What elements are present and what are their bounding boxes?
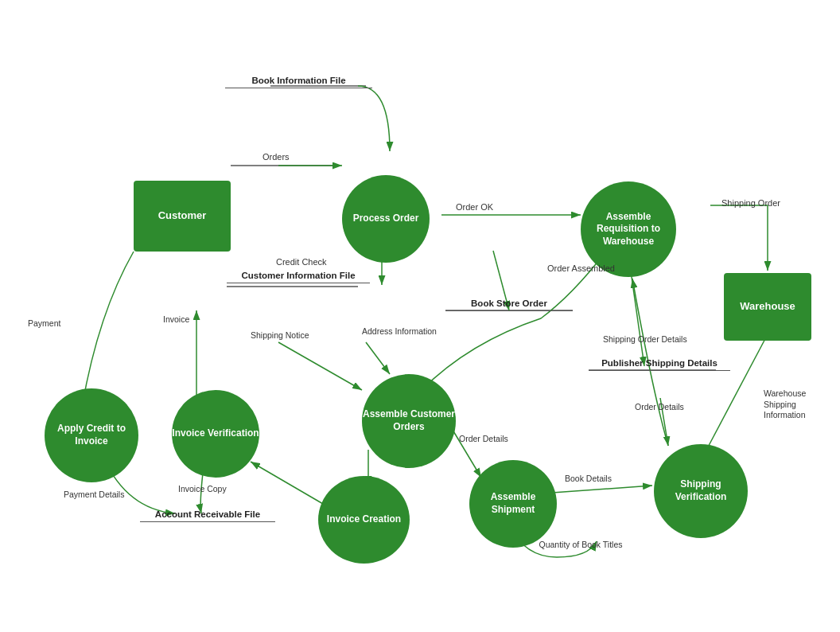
label-quantity-book-titles: Quantity of Book Titles [529,540,632,551]
diagram: Customer Process Order Assemble Requisit… [0,0,840,632]
book-store-order: Book Store Order [445,298,573,313]
label-order-details2: Order Details [635,402,684,413]
label-shipping-notice: Shipping Notice [251,330,309,341]
invoice-creation-node: Invoice Creation [318,476,410,564]
publisher-shipping-details: Publisher Shipping Details [589,358,730,373]
apply-credit-node: Apply Credit to Invoice [45,388,138,482]
label-book-details: Book Details [565,474,612,485]
invoice-verification-node: Invoice Verification [172,390,259,478]
label-shipping-order-details: Shipping Order Details [603,334,687,345]
customer-info-file: Customer Information File [227,271,370,285]
label-shipping-order: Shipping Order [721,197,780,209]
book-info-file: Book Information File [225,76,372,90]
shipping-verification-node: Shipping Verification [654,444,748,538]
label-order-assembled: Order Assembled [547,263,615,274]
label-credit-check: Credit Check [276,256,327,267]
label-payment: Payment [28,318,60,330]
label-invoice-copy: Invoice Copy [178,484,227,495]
label-order-ok: Order OK [456,201,493,213]
label-invoice: Invoice [163,314,189,326]
warehouse-node: Warehouse [724,273,811,341]
arrows-layer [0,0,840,632]
label-order-details1: Order Details [459,434,508,445]
customer-node: Customer [134,181,231,252]
assemble-customer-orders-node: Assemble Customer Orders [362,374,456,468]
label-payment-details: Payment Details [64,490,124,501]
process-order-node: Process Order [342,175,430,263]
label-warehouse-shipping: Warehouse Shipping Information [764,388,840,421]
label-orders: Orders [262,151,290,162]
label-address-info: Address Information [362,326,437,337]
account-receivable-file: Account Receivable File [140,509,275,524]
assemble-shipment-node: Assemble Shipment [469,460,557,548]
